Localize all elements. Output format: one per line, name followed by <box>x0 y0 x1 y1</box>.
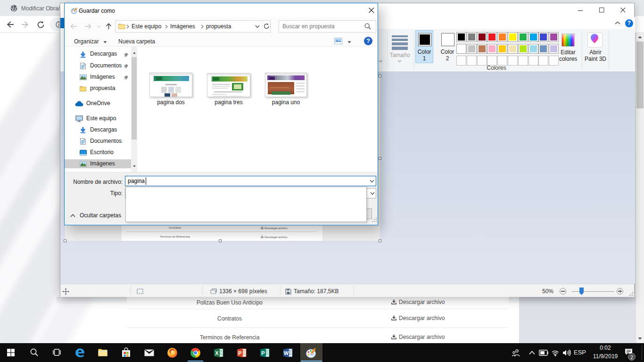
svg-text:X: X <box>215 350 219 356</box>
svg-text:W: W <box>284 350 289 356</box>
svg-text:P: P <box>261 350 264 356</box>
svg-text:P: P <box>238 350 241 356</box>
